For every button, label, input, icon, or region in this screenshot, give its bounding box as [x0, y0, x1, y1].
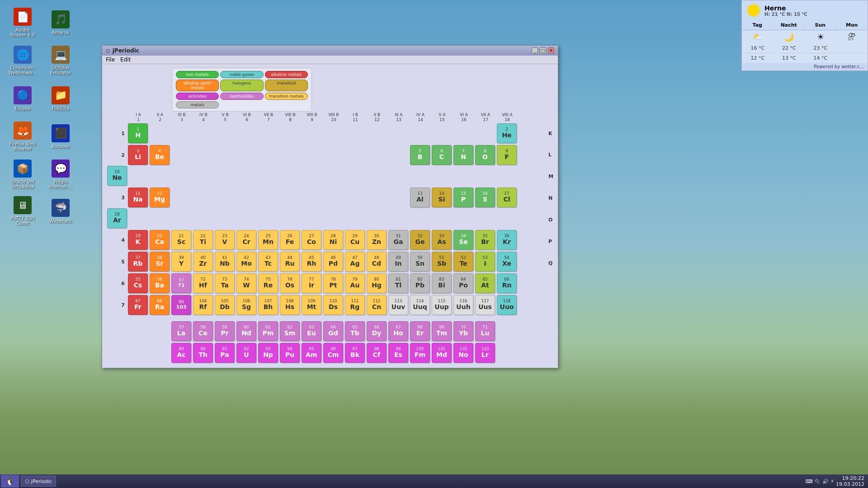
element-Pu[interactable]: 94Pu [280, 343, 300, 363]
element-S[interactable]: 16S [475, 188, 495, 207]
element-Ba[interactable]: 56Ba [150, 273, 170, 293]
element-Uus[interactable]: 117Uus [475, 295, 495, 315]
element-Pm[interactable]: 61Pm [258, 321, 278, 341]
element-Be[interactable]: 4Be [150, 145, 170, 165]
icon-firefox[interactable]: 🦊 Firefox WebBrowser [5, 118, 41, 155]
element-Pt[interactable]: 78Pt [323, 273, 343, 293]
element-Fr[interactable]: 87Fr [128, 295, 148, 315]
element-He[interactable]: 2He [497, 123, 517, 143]
element-Mo[interactable]: 42Mo [236, 252, 256, 272]
element-Nd[interactable]: 60Nd [236, 321, 256, 341]
element-Ne[interactable]: 10Ne [107, 166, 127, 186]
element-Uuh[interactable]: 116Uuh [453, 295, 473, 315]
element-Ra[interactable]: 88Ra [150, 295, 170, 315]
element-Sn[interactable]: 50Sn [410, 252, 430, 272]
element-Mt[interactable]: 109Mt [302, 295, 321, 315]
legend-transition-metals[interactable]: transition metals [265, 93, 308, 100]
legend-alkaline-metals[interactable]: alkaline metals [265, 71, 308, 78]
legend-halogens[interactable]: halogens [220, 80, 263, 91]
element-Zr[interactable]: 40Zr [193, 252, 213, 272]
icon-wireshark[interactable]: 🦈 Wireshark [42, 194, 79, 228]
element-Kr[interactable]: 36Kr [497, 230, 517, 250]
element-Nb[interactable]: 41Nb [215, 252, 235, 272]
element-As[interactable]: 33As [432, 230, 452, 250]
element-Rh[interactable]: 45Rh [302, 252, 321, 272]
legend-noble-gases[interactable]: noble gases [220, 71, 263, 78]
element-Ac[interactable]: 89Ac [171, 343, 191, 363]
element-Ru[interactable]: 44Ru [280, 252, 300, 272]
element-Re[interactable]: 75Re [258, 273, 278, 293]
element-Bi[interactable]: 83Bi [432, 273, 452, 293]
element-Cn[interactable]: 112Cn [367, 295, 387, 315]
element-Fe[interactable]: 26Fe [280, 230, 300, 250]
legend-metalloid[interactable]: metalloid [265, 80, 308, 91]
element-Es[interactable]: 99Es [388, 343, 408, 363]
element-Cl[interactable]: 17Cl [497, 188, 517, 207]
element-Bk[interactable]: 97Bk [345, 343, 365, 363]
element-Cd[interactable]: 48Cd [367, 252, 387, 272]
menu-edit[interactable]: Edit [120, 56, 131, 63]
element-Ag[interactable]: 47Ag [345, 252, 365, 272]
icon-amarok[interactable]: 🎵 Amarok [42, 5, 79, 41]
element-Er[interactable]: 68Er [410, 321, 430, 341]
element-Ho[interactable]: 67Ho [388, 321, 408, 341]
element-Pr[interactable]: 59Pr [215, 321, 235, 341]
element-Th[interactable]: 90Th [193, 343, 213, 363]
element-Y[interactable]: 39Y [171, 252, 191, 272]
window-close-btn[interactable]: ✕ [548, 47, 554, 54]
element-Ir[interactable]: 77Ir [302, 273, 321, 293]
element-H[interactable]: 1H [128, 123, 148, 143]
element-Uup[interactable]: 115Uup [432, 295, 452, 315]
element-Cf[interactable]: 98Cf [367, 343, 387, 363]
element-Mn[interactable]: 25Mn [258, 230, 278, 250]
element-Eu[interactable]: 63Eu [302, 321, 321, 341]
element-Tl[interactable]: 81Tl [388, 273, 408, 293]
element-Ca[interactable]: 20Ca [150, 230, 170, 250]
element-Pd[interactable]: 46Pd [323, 252, 343, 272]
element-U[interactable]: 92U [236, 343, 256, 363]
element-Ds[interactable]: 110Ds [323, 295, 343, 315]
element-V[interactable]: 23V [215, 230, 235, 250]
element-C[interactable]: 6C [432, 145, 452, 165]
icon-pidgin[interactable]: 💬 PidginInternet-... [42, 156, 79, 192]
element-Am[interactable]: 95Am [302, 343, 321, 363]
window-maximize-btn[interactable]: □ [540, 47, 546, 54]
element-In[interactable]: 49In [388, 252, 408, 272]
element-Uuo[interactable]: 118Uuo [497, 295, 517, 315]
element-W[interactable]: 74W [236, 273, 256, 293]
element-Sb[interactable]: 51Sb [432, 252, 452, 272]
element-F[interactable]: 9F [497, 145, 517, 165]
element-Ga[interactable]: 31Ga [388, 230, 408, 250]
legend-nonmetals[interactable]: non metals [176, 71, 219, 78]
element-Te[interactable]: 52Te [453, 252, 473, 272]
element-Rn[interactable]: 86Rn [497, 273, 517, 293]
element-P[interactable]: 15P [453, 188, 473, 207]
element-N[interactable]: 7N [453, 145, 473, 165]
element-Ta[interactable]: 73Ta [215, 273, 235, 293]
legend-lanthanides[interactable]: lanthanides [220, 93, 263, 100]
element-Ar[interactable]: 18Ar [107, 208, 127, 228]
element-Rg[interactable]: 111Rg [345, 295, 365, 315]
element-Hg[interactable]: 80Hg [367, 273, 387, 293]
legend-actinides[interactable]: actinides [176, 93, 219, 100]
element-Al[interactable]: 13Al [410, 188, 430, 207]
element-Cr[interactable]: 24Cr [236, 230, 256, 250]
element-Li[interactable]: 3Li [128, 145, 148, 165]
element-O[interactable]: 8O [475, 145, 495, 165]
element-Mg[interactable]: 12Mg [150, 188, 170, 207]
element-Cm[interactable]: 96Cm [323, 343, 343, 363]
element-K[interactable]: 19K [128, 230, 148, 250]
element-No[interactable]: 102No [453, 343, 473, 363]
element-Uut[interactable]: 113Uuv [388, 295, 408, 315]
element-Ge[interactable]: 32Ge [410, 230, 430, 250]
element-Sc[interactable]: 21Sc [171, 230, 191, 250]
element-Na[interactable]: 11Na [128, 188, 148, 207]
icon-adobe[interactable]: 📄 AdobeReader 6.0 [5, 5, 41, 41]
element-Lu[interactable]: 71Lu [475, 321, 495, 341]
element-Lr[interactable]: 103Lr [475, 343, 495, 363]
element-Ce[interactable]: 58Ce [193, 321, 213, 341]
element-Au[interactable]: 79Au [345, 273, 365, 293]
element-B[interactable]: 5B [410, 145, 430, 165]
element-Cu[interactable]: 29Cu [345, 230, 365, 250]
element-Db[interactable]: 105Db [215, 295, 235, 315]
